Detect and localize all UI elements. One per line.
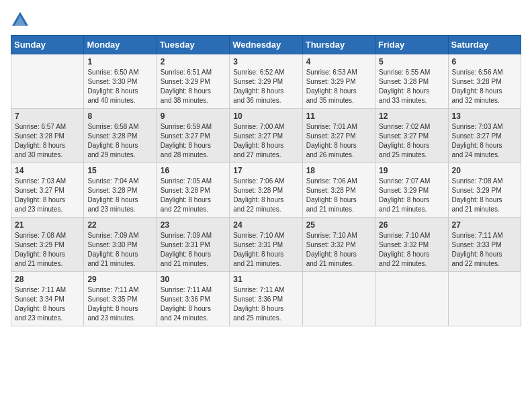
column-header-saturday: Saturday: [448, 36, 521, 54]
week-row-1: 1Sunrise: 6:50 AM Sunset: 3:30 PM Daylig…: [11, 54, 521, 109]
day-detail: Sunrise: 7:02 AM Sunset: 3:27 PM Dayligh…: [379, 123, 430, 158]
day-detail: Sunrise: 7:09 AM Sunset: 3:31 PM Dayligh…: [161, 232, 212, 267]
calendar-table: SundayMondayTuesdayWednesdayThursdayFrid…: [11, 35, 521, 326]
day-number: 7: [15, 111, 80, 121]
day-detail: Sunrise: 7:11 AM Sunset: 3:33 PM Dayligh…: [452, 232, 503, 267]
calendar-cell: 17Sunrise: 7:06 AM Sunset: 3:28 PM Dayli…: [230, 163, 302, 218]
day-number: 27: [452, 220, 517, 230]
day-detail: Sunrise: 7:01 AM Sunset: 3:27 PM Dayligh…: [306, 123, 357, 158]
day-number: 31: [233, 275, 298, 284]
day-detail: Sunrise: 6:51 AM Sunset: 3:29 PM Dayligh…: [161, 68, 212, 104]
day-detail: Sunrise: 6:59 AM Sunset: 3:27 PM Dayligh…: [161, 123, 212, 158]
column-header-thursday: Thursday: [302, 36, 375, 54]
calendar-cell: 20Sunrise: 7:08 AM Sunset: 3:29 PM Dayli…: [448, 163, 521, 218]
day-detail: Sunrise: 7:08 AM Sunset: 3:29 PM Dayligh…: [452, 177, 503, 213]
day-number: 8: [87, 111, 152, 121]
day-detail: Sunrise: 7:08 AM Sunset: 3:29 PM Dayligh…: [15, 232, 66, 267]
calendar-cell: 13Sunrise: 7:03 AM Sunset: 3:27 PM Dayli…: [448, 109, 521, 163]
day-number: 30: [161, 275, 226, 284]
week-row-4: 21Sunrise: 7:08 AM Sunset: 3:29 PM Dayli…: [11, 218, 521, 272]
day-number: 10: [233, 111, 298, 121]
day-detail: Sunrise: 7:11 AM Sunset: 3:36 PM Dayligh…: [161, 286, 212, 322]
day-number: 23: [161, 220, 226, 230]
calendar-cell: 15Sunrise: 7:04 AM Sunset: 3:28 PM Dayli…: [84, 163, 157, 218]
calendar-cell: 14Sunrise: 7:03 AM Sunset: 3:27 PM Dayli…: [11, 163, 84, 218]
logo-icon: [11, 11, 30, 30]
page-header: [11, 11, 521, 30]
logo: [11, 11, 32, 30]
calendar-cell: 19Sunrise: 7:07 AM Sunset: 3:29 PM Dayli…: [375, 163, 448, 218]
calendar-cell: 12Sunrise: 7:02 AM Sunset: 3:27 PM Dayli…: [375, 109, 448, 163]
column-header-sunday: Sunday: [11, 36, 84, 54]
calendar-cell: 11Sunrise: 7:01 AM Sunset: 3:27 PM Dayli…: [302, 109, 375, 163]
day-number: 6: [452, 57, 517, 66]
calendar-cell: 29Sunrise: 7:11 AM Sunset: 3:35 PM Dayli…: [84, 272, 157, 326]
day-detail: Sunrise: 7:06 AM Sunset: 3:28 PM Dayligh…: [306, 177, 357, 213]
calendar-cell: 27Sunrise: 7:11 AM Sunset: 3:33 PM Dayli…: [448, 218, 521, 272]
day-detail: Sunrise: 7:03 AM Sunset: 3:27 PM Dayligh…: [452, 123, 503, 158]
day-number: 15: [87, 166, 152, 175]
day-detail: Sunrise: 7:04 AM Sunset: 3:28 PM Dayligh…: [87, 177, 138, 213]
calendar-cell: [375, 272, 448, 326]
calendar-cell: [448, 272, 521, 326]
calendar-cell: 28Sunrise: 7:11 AM Sunset: 3:34 PM Dayli…: [11, 272, 84, 326]
calendar-cell: 22Sunrise: 7:09 AM Sunset: 3:30 PM Dayli…: [84, 218, 157, 272]
day-number: 2: [161, 57, 226, 66]
day-number: 12: [379, 111, 444, 121]
column-header-tuesday: Tuesday: [157, 36, 229, 54]
day-number: 26: [379, 220, 444, 230]
day-number: 16: [161, 166, 226, 175]
calendar-cell: 24Sunrise: 7:10 AM Sunset: 3:31 PM Dayli…: [230, 218, 302, 272]
day-detail: Sunrise: 6:56 AM Sunset: 3:28 PM Dayligh…: [452, 68, 503, 104]
day-number: 25: [306, 220, 371, 230]
day-number: 24: [233, 220, 298, 230]
day-number: 1: [87, 57, 152, 66]
day-detail: Sunrise: 7:10 AM Sunset: 3:32 PM Dayligh…: [306, 232, 357, 267]
column-header-friday: Friday: [375, 36, 448, 54]
day-detail: Sunrise: 6:50 AM Sunset: 3:30 PM Dayligh…: [87, 68, 138, 104]
day-number: 17: [233, 166, 298, 175]
day-detail: Sunrise: 7:05 AM Sunset: 3:28 PM Dayligh…: [161, 177, 212, 213]
calendar-cell: 31Sunrise: 7:11 AM Sunset: 3:36 PM Dayli…: [230, 272, 302, 326]
day-number: 9: [161, 111, 226, 121]
calendar-cell: 3Sunrise: 6:52 AM Sunset: 3:29 PM Daylig…: [230, 54, 302, 109]
day-detail: Sunrise: 7:09 AM Sunset: 3:30 PM Dayligh…: [87, 232, 138, 267]
day-number: 18: [306, 166, 371, 175]
day-number: 28: [15, 275, 80, 284]
day-number: 5: [379, 57, 444, 66]
calendar-cell: 1Sunrise: 6:50 AM Sunset: 3:30 PM Daylig…: [84, 54, 157, 109]
day-detail: Sunrise: 7:07 AM Sunset: 3:29 PM Dayligh…: [379, 177, 430, 213]
week-row-2: 7Sunrise: 6:57 AM Sunset: 3:28 PM Daylig…: [11, 109, 521, 163]
calendar-cell: 10Sunrise: 7:00 AM Sunset: 3:27 PM Dayli…: [230, 109, 302, 163]
day-detail: Sunrise: 6:58 AM Sunset: 3:28 PM Dayligh…: [87, 123, 138, 158]
day-detail: Sunrise: 7:11 AM Sunset: 3:35 PM Dayligh…: [87, 286, 138, 322]
day-detail: Sunrise: 7:00 AM Sunset: 3:27 PM Dayligh…: [233, 123, 284, 158]
day-number: 29: [87, 275, 152, 284]
day-detail: Sunrise: 7:10 AM Sunset: 3:32 PM Dayligh…: [379, 232, 430, 267]
day-detail: Sunrise: 7:11 AM Sunset: 3:34 PM Dayligh…: [15, 286, 66, 322]
day-detail: Sunrise: 6:57 AM Sunset: 3:28 PM Dayligh…: [15, 123, 66, 158]
day-number: 22: [87, 220, 152, 230]
calendar-cell: 7Sunrise: 6:57 AM Sunset: 3:28 PM Daylig…: [11, 109, 84, 163]
day-number: 11: [306, 111, 371, 121]
day-number: 13: [452, 111, 517, 121]
day-detail: Sunrise: 6:55 AM Sunset: 3:28 PM Dayligh…: [379, 68, 430, 104]
calendar-cell: 18Sunrise: 7:06 AM Sunset: 3:28 PM Dayli…: [302, 163, 375, 218]
day-detail: Sunrise: 7:10 AM Sunset: 3:31 PM Dayligh…: [233, 232, 284, 267]
calendar-cell: 23Sunrise: 7:09 AM Sunset: 3:31 PM Dayli…: [157, 218, 229, 272]
day-detail: Sunrise: 7:06 AM Sunset: 3:28 PM Dayligh…: [233, 177, 284, 213]
calendar-cell: 4Sunrise: 6:53 AM Sunset: 3:29 PM Daylig…: [302, 54, 375, 109]
day-number: 20: [452, 166, 517, 175]
calendar-cell: 26Sunrise: 7:10 AM Sunset: 3:32 PM Dayli…: [375, 218, 448, 272]
day-detail: Sunrise: 6:52 AM Sunset: 3:29 PM Dayligh…: [233, 68, 284, 104]
calendar-cell: 6Sunrise: 6:56 AM Sunset: 3:28 PM Daylig…: [448, 54, 521, 109]
week-row-5: 28Sunrise: 7:11 AM Sunset: 3:34 PM Dayli…: [11, 272, 521, 326]
day-number: 19: [379, 166, 444, 175]
calendar-cell: 9Sunrise: 6:59 AM Sunset: 3:27 PM Daylig…: [157, 109, 229, 163]
column-header-wednesday: Wednesday: [230, 36, 302, 54]
day-number: 14: [15, 166, 80, 175]
day-number: 3: [233, 57, 298, 66]
calendar-cell: [11, 54, 84, 109]
week-row-3: 14Sunrise: 7:03 AM Sunset: 3:27 PM Dayli…: [11, 163, 521, 218]
day-detail: Sunrise: 7:03 AM Sunset: 3:27 PM Dayligh…: [15, 177, 66, 213]
